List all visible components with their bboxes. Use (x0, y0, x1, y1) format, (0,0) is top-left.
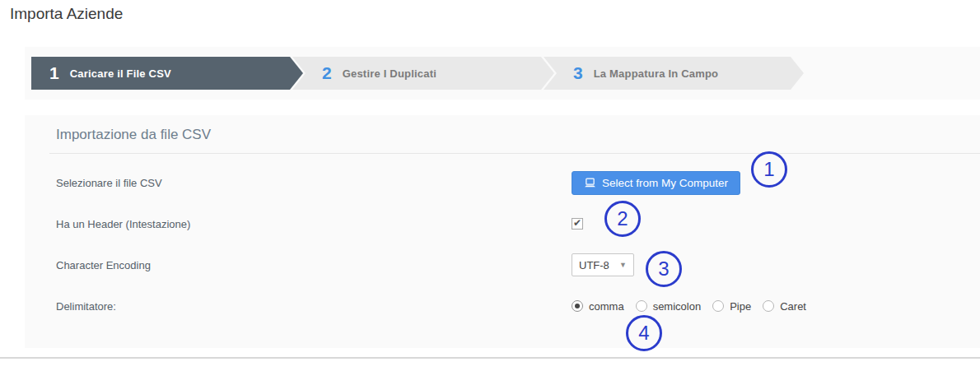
radio-caret[interactable]: Caret (763, 300, 806, 313)
has-header-row: Ha un Header (Intestazione) ✔ (25, 203, 980, 244)
step-field-mapping: 3 La Mappatura In Campo (544, 57, 804, 90)
delimiter-radio-group: comma semicolon Pipe Caret (572, 300, 818, 313)
laptop-icon (584, 178, 596, 188)
wizard-stepper: 1 Caricare il File CSV 2 Gestire I Dupli… (25, 47, 980, 100)
select-from-computer-button[interactable]: Select from My Computer (572, 171, 740, 195)
step-label: Gestire I Duplicati (343, 67, 436, 80)
checkmark-icon: ✔ (573, 218, 581, 228)
step-handle-duplicates: 2 Gestire I Duplicati (292, 57, 554, 90)
encoding-label: Character Encoding (56, 259, 572, 271)
annotation-circle-1: 1 (751, 151, 787, 188)
file-select-label: Selezionare il file CSV (56, 177, 572, 189)
radio-icon (712, 300, 724, 312)
step-number: 1 (49, 63, 59, 83)
radio-icon (763, 300, 774, 312)
chevron-down-icon: ▼ (619, 261, 627, 269)
file-select-row: Selezionare il file CSV Select from My C… (25, 162, 980, 203)
bottom-divider (0, 357, 980, 359)
step-number: 2 (322, 63, 332, 83)
encoding-selected-value: UTF-8 (579, 259, 609, 271)
encoding-row: Character Encoding UTF-8 ▼ (25, 244, 980, 285)
page-title: Importa Aziende (10, 5, 123, 23)
delimiter-label: Delimitatore: (56, 300, 572, 313)
step-label: Caricare il File CSV (70, 67, 171, 80)
import-wizard-page: Importa Aziende 1 Caricare il File CSV 2… (0, 0, 980, 371)
step-label: La Mappatura In Campo (594, 67, 719, 80)
has-header-label: Ha un Header (Intestazione) (56, 218, 572, 230)
delimiter-row: Delimitatore: comma semicolon Pipe (25, 285, 980, 327)
radio-comma[interactable]: comma (572, 300, 624, 313)
step-number: 3 (573, 63, 583, 83)
annotation-circle-2: 2 (604, 201, 641, 237)
step-upload-csv: 1 Caricare il File CSV (31, 57, 303, 90)
radio-semicolon[interactable]: semicolon (636, 300, 702, 313)
annotation-circle-4: 4 (626, 315, 662, 351)
panel-divider (49, 153, 980, 154)
csv-import-panel: Importazione da file CSV Selezionare il … (25, 115, 980, 348)
button-label: Select from My Computer (602, 177, 728, 189)
radio-pipe[interactable]: Pipe (712, 300, 751, 313)
radio-icon (572, 300, 583, 312)
panel-title: Importazione da file CSV (56, 127, 980, 143)
has-header-checkbox[interactable]: ✔ (572, 218, 583, 230)
annotation-circle-3: 3 (646, 251, 682, 287)
encoding-select[interactable]: UTF-8 ▼ (572, 253, 634, 276)
radio-icon (636, 300, 647, 312)
import-form: Selezionare il file CSV Select from My C… (25, 162, 980, 327)
